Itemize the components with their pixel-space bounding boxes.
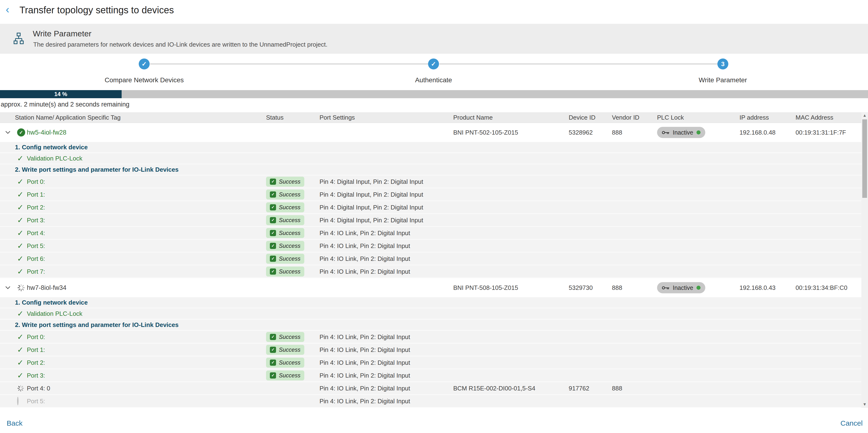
vendor-id: 888 [612,284,622,291]
port-settings: Pin 4: IO Link, Pin 2: Digital Input [319,229,410,237]
port-device-id: 917762 [569,384,589,392]
table-header: Station Name/ Application Specific Tag S… [0,112,868,123]
scrollbar-up-icon[interactable]: ▲ [861,113,868,118]
checkbox-check-icon: ✓ [270,204,276,210]
column-port-settings: Port Settings [319,114,355,121]
checkbox-check-icon: ✓ [270,243,276,249]
section-label: 2. Write port settings and parameter for… [15,321,179,328]
port-row: ✓Port 3:✓SuccessPin 4: Digital Input, Pi… [0,214,868,227]
port-row: Port 4: 0Pin 4: IO Link, Pin 2: Digital … [0,382,868,395]
cancel-button[interactable]: Cancel [840,419,863,427]
vertical-scrollbar[interactable]: ▲ ▼ [861,112,868,408]
port-label: Port 4: 0 [27,384,50,392]
port-settings: Pin 4: Digital Input, Pin 2: Digital Inp… [319,191,423,198]
check-icon: ✓ [17,333,24,341]
vendor-id: 888 [612,129,622,136]
status-badge: ✓Success [266,254,304,264]
checkbox-check-icon: ✓ [270,217,276,223]
port-row: ✓Port 3:✓SuccessPin 4: IO Link, Pin 2: D… [0,369,868,382]
plc-status-dot [696,131,701,135]
checkbox-check-icon: ✓ [270,179,276,185]
port-label: Port 0: [27,178,45,185]
port-row: ✓Port 7:✓SuccessPin 4: IO Link, Pin 2: D… [0,265,868,278]
status-badge: ✓Success [266,332,304,342]
checkbox-check-icon: ✓ [270,230,276,236]
column-product-name: Product Name [453,114,493,121]
topology-icon [13,32,24,45]
port-row: Port 5:Pin 4: IO Link, Pin 2: Digital In… [0,395,868,408]
status-badge: ✓Success [266,345,304,355]
scrollbar-thumb[interactable] [862,119,867,198]
checkbox-check-icon: ✓ [270,372,276,379]
check-icon: ✓ [17,268,24,276]
check-icon: ✓ [17,346,24,353]
port-label: Port 6: [27,255,45,262]
progress-percent: 14 % [54,91,67,97]
scrollbar-down-icon[interactable]: ▼ [861,402,868,407]
expand-chevron-icon[interactable] [5,131,10,134]
section-row: 2. Write port settings and parameter for… [0,164,868,175]
column-station: Station Name/ Application Specific Tag [15,114,121,121]
column-ip-address: IP address [740,114,769,121]
status-badge: ✓Success [266,371,304,380]
device-product-name: BNI PNT-508-105-Z015 [453,284,518,291]
status-badge-label: Success [279,204,301,211]
column-device-id: Device ID [569,114,595,121]
status-badge-label: Success [279,359,301,366]
port-settings: Pin 4: Digital Input, Pin 2: Digital Inp… [319,178,423,185]
port-settings: Pin 4: IO Link, Pin 2: Digital Input [319,384,410,392]
checkbox-check-icon: ✓ [270,256,276,262]
port-label: Port 1: [27,191,45,198]
status-badge-label: Success [279,242,301,249]
key-icon [662,130,670,135]
port-row: ✓Port 0:✓SuccessPin 4: Digital Input, Pi… [0,175,868,188]
port-row: ✓Port 2:✓SuccessPin 4: Digital Input, Pi… [0,201,868,214]
check-icon: ✓ [17,255,24,262]
device-row: hw7-8iol-fw34BNI PNT-508-105-Z0155329730… [0,278,868,297]
back-button[interactable]: Back [7,419,23,427]
expand-chevron-icon[interactable] [5,286,10,289]
checkbox-check-icon: ✓ [270,359,276,366]
mac-address: 00:19:31:34:BF:C0 [796,284,847,291]
port-settings: Pin 4: IO Link, Pin 2: Digital Input [319,255,410,262]
port-product-name: BCM R15E-002-DI00-01,5-S4 [453,384,535,392]
step-2-label: Authenticate [374,76,493,84]
back-chevron-icon[interactable]: ‹ [6,4,9,15]
port-label: Port 4: [27,229,45,237]
plc-lock-label: Inactive [673,129,693,136]
port-row: ✓Port 6:✓SuccessPin 4: IO Link, Pin 2: D… [0,253,868,265]
plc-lock-label: Inactive [673,284,693,291]
status-badge: ✓Success [266,266,304,277]
key-icon [662,285,670,290]
section-row: 1. Config network device [0,297,868,309]
check-icon: ✓ [17,372,24,379]
mac-address: 00:19:31:31:1F:7F [796,129,846,136]
top-bar: ‹ Transfer topology settings to devices [0,0,868,24]
port-settings: Pin 4: IO Link, Pin 2: Digital Input [319,242,410,250]
step-banner: Write Parameter The desired parameters f… [0,24,868,54]
task-label: Validation PLC-Lock [27,310,83,317]
task-row: ✓Validation PLC-Lock [0,153,868,164]
port-row: ✓Port 0:✓SuccessPin 4: IO Link, Pin 2: D… [0,331,868,344]
check-icon: ✓ [17,191,24,198]
port-label: Port 2: [27,359,45,366]
progress-bar: 14 % [0,90,868,98]
port-label: Port 7: [27,268,45,275]
table-body: ✓hw5-4iol-fw28BNI PNT-502-105-Z015532896… [0,123,868,408]
task-row: ✓Validation PLC-Lock [0,309,868,320]
step-3-label: Write Parameter [663,76,782,84]
step-connector [150,64,428,64]
port-label: Port 3: [27,372,45,379]
check-icon: ✓ [17,359,24,367]
column-status: Status [266,114,284,121]
device-product-name: BNI PNT-502-105-Z015 [453,129,518,136]
check-icon: ✓ [17,154,24,162]
check-icon: ✓ [17,229,24,237]
plc-lock-badge: Inactive [657,127,705,138]
port-label: Port 2: [27,204,45,211]
port-label: Port 5: [27,242,45,250]
port-row: ✓Port 1:✓SuccessPin 4: IO Link, Pin 2: D… [0,344,868,356]
device-name: hw7-8iol-fw34 [27,284,66,291]
section-row: 1. Config network device [0,142,868,153]
ip-address: 192.168.0.43 [740,284,776,291]
